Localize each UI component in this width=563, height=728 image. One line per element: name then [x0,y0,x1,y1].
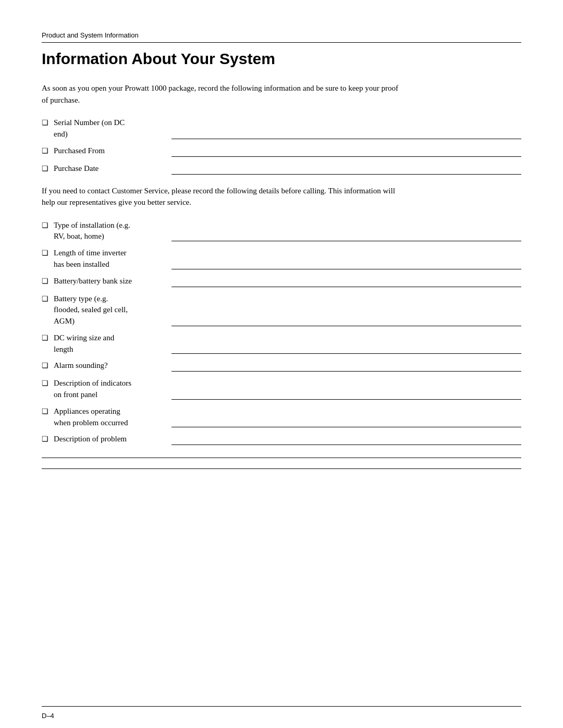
fill-line [172,416,521,427]
list-item: ❏ Description of problem [42,434,521,446]
fill-line [172,342,521,354]
fill-line [172,360,521,372]
footer-area: D–4 [0,706,563,728]
item-label: Purchase Date [54,163,163,175]
item-label: Battery/battery bank size [54,276,163,287]
list-item: ❏ DC wiring size andlength [42,332,521,355]
fill-line [172,276,521,287]
fill-line [172,163,521,175]
item-label: Length of time inverterhas been installe… [54,248,163,270]
list-item: ❏ Battery type (e.g.flooded, sealed gel … [42,293,521,327]
item-label: Alarm sounding? [54,360,163,372]
checkbox-icon: ❏ [42,277,48,286]
breadcrumb: Product and System Information [42,31,521,39]
item-label: Purchased From [54,145,163,157]
list-item: ❏ Description of indicatorson front pane… [42,378,521,401]
fill-line [172,258,521,269]
footer-text: D–4 [42,712,521,728]
checkbox-icon: ❏ [42,118,48,127]
checkbox-icon: ❏ [42,249,48,257]
list-item: ❏ Purchase Date [42,163,521,176]
item-label: Description of indicatorson front panel [54,378,163,401]
item-label: Battery type (e.g.flooded, sealed gel ce… [54,293,163,327]
intro-text: As soon as you open your Prowatt 1000 pa… [42,82,407,106]
fill-line [172,145,521,157]
desc-line-1 [42,458,521,458]
item-label: DC wiring size andlength [54,332,163,355]
list-item: ❏ Appliances operatingwhen problem occur… [42,406,521,429]
checkbox-icon: ❏ [42,361,48,370]
checkbox-icon: ❏ [42,334,48,342]
header-area: Product and System Information Informati… [0,0,563,82]
page-title: Information About Your System [42,50,521,68]
fill-line [172,230,521,241]
list-item: ❏ Alarm sounding? [42,360,521,373]
checkbox-icon: ❏ [42,435,48,443]
checkbox-icon: ❏ [42,407,48,416]
list-item: ❏ Battery/battery bank size [42,276,521,288]
checkbox-icon: ❏ [42,294,48,303]
fill-line [172,128,521,139]
initial-checklist: ❏ Serial Number (on DCend) ❏ Purchased F… [42,117,521,176]
checkbox-icon: ❏ [42,164,48,173]
between-text: If you need to contact Customer Service,… [42,185,407,208]
content-area: As soon as you open your Prowatt 1000 pa… [0,82,563,480]
checkbox-icon: ❏ [42,221,48,230]
page: Product and System Information Informati… [0,0,563,728]
list-item: ❏ Purchased From [42,145,521,158]
fill-line [172,315,521,326]
checkbox-icon: ❏ [42,146,48,155]
item-label: Description of problem [54,434,163,445]
item-label: Serial Number (on DCend) [54,117,163,140]
desc-line-2 [42,468,521,469]
service-checklist: ❏ Type of installation (e.g.RV, boat, ho… [42,220,521,447]
description-extra-lines [42,458,521,469]
list-item: ❏ Type of installation (e.g.RV, boat, ho… [42,220,521,243]
list-item: ❏ Length of time inverterhas been instal… [42,248,521,270]
checkbox-icon: ❏ [42,379,48,388]
item-label: Appliances operatingwhen problem occurre… [54,406,163,429]
list-item: ❏ Serial Number (on DCend) [42,117,521,140]
item-label: Type of installation (e.g.RV, boat, home… [54,220,163,243]
fill-line [172,388,521,400]
footer-rule [42,706,521,707]
fill-line [172,434,521,445]
header-rule [42,42,521,43]
